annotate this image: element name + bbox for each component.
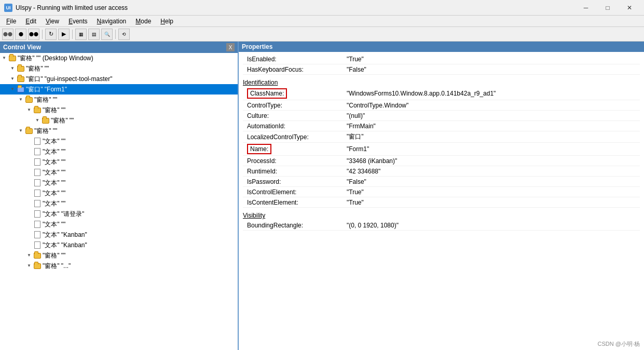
doc-icon-11 <box>33 168 42 177</box>
folder-icon-3 <box>17 85 25 93</box>
doc-icon-qingdeng <box>33 210 42 218</box>
menu-navigation[interactable]: Navigation <box>93 17 131 26</box>
toolbar-btn-7[interactable]: ⟲ <box>118 29 130 40</box>
prop-row-classname: ClassName: "WindowsForms10.Window.8.app.… <box>243 87 640 100</box>
tree-item-16[interactable]: ▼ "窗格" "" <box>0 250 238 261</box>
tree-item-12[interactable]: "文本" "" <box>0 178 238 188</box>
expander-1[interactable]: ▼ <box>8 64 17 73</box>
expander-8[interactable] <box>25 137 33 145</box>
toolbar-btn-5[interactable]: ▤ <box>88 29 100 40</box>
expander-6[interactable]: ▼ <box>33 116 42 125</box>
prop-name-controltype: ControlType: <box>243 102 347 109</box>
prop-row-iscontentelement: IsContentElement: "True" <box>243 197 640 208</box>
tree-item-9[interactable]: "文本" "" <box>0 146 238 157</box>
folder-icon-4 <box>25 96 33 104</box>
tree-item-4[interactable]: ▼ "窗格" "" <box>0 95 238 105</box>
menu-view[interactable]: View <box>42 17 63 26</box>
tree-item-2[interactable]: ▼ "窗口" "gui-inspect-tool-master" <box>0 74 238 84</box>
close-button[interactable]: ✕ <box>619 2 640 14</box>
tree-label-3: "窗口" "Form1" <box>26 85 67 94</box>
prop-row-haskeyboardfocus: HasKeyboardFocus: "False" <box>243 64 640 75</box>
prop-row-localizedcontroltype: LocalizedControlType: "窗口" <box>243 131 640 143</box>
toolbar-btn-4[interactable]: ▦ <box>75 29 87 40</box>
tree-item-6[interactable]: ▼ "窗格" "" <box>0 115 238 126</box>
tree-scroll-container: ▼ "窗格" "" (Desktop Window) ▼ "窗格" "" ▼ "… <box>0 53 238 350</box>
tree-item-1[interactable]: ▼ "窗格" "" <box>0 63 238 74</box>
tree-item-17[interactable]: ▼ "窗格" "..." <box>0 261 238 271</box>
folder-icon-0 <box>8 54 17 62</box>
tree-item-8[interactable]: "文本" "" <box>0 136 238 146</box>
prop-value-localizedcontroltype: "窗口" <box>347 132 364 141</box>
tree-item-13[interactable]: "文本" "" <box>0 188 238 198</box>
control-view-close[interactable]: X <box>226 43 235 51</box>
folder-icon-1 <box>17 64 25 73</box>
window-controls: ─ □ ✕ <box>576 2 640 14</box>
tree-label-15: "文本" "" <box>43 220 65 229</box>
menu-help[interactable]: Help <box>156 17 177 26</box>
tree-label-0: "窗格" "" (Desktop Window) <box>18 53 93 63</box>
prop-row-culture: Culture: "(null)" <box>243 111 640 121</box>
toolbar-play[interactable]: ▶ <box>58 29 70 40</box>
tree-label-10: "文本" "" <box>43 157 65 167</box>
left-panel: Control View X ▼ "窗格" "" (Desktop Window… <box>0 42 239 350</box>
toolbar-sep-2 <box>72 30 73 39</box>
expander-3[interactable]: ▼ <box>8 85 17 93</box>
tree-area[interactable]: ▼ "窗格" "" (Desktop Window) ▼ "窗格" "" ▼ "… <box>0 53 238 350</box>
prop-row-controltype: ControlType: "ControlType.Window" <box>243 100 640 111</box>
tree-label-1: "窗格" "" <box>26 64 49 73</box>
name-highlight: Name: <box>247 144 271 154</box>
prop-row-automationid: AutomationId: "FrmMain" <box>243 121 640 131</box>
tree-item-11[interactable]: "文本" "" <box>0 167 238 178</box>
toolbar-refresh[interactable]: ↻ <box>45 29 57 40</box>
menu-file[interactable]: File <box>2 17 20 26</box>
control-view-header: Control View X <box>0 42 238 53</box>
app-icon: UI <box>4 4 12 12</box>
menu-bar: File Edit View Events Navigation Mode He… <box>0 16 644 27</box>
prop-name-localizedcontroltype: LocalizedControlType: <box>243 133 347 141</box>
tree-label-7: "窗格" "" <box>34 126 57 136</box>
menu-mode[interactable]: Mode <box>131 17 155 26</box>
prop-row-ispassword: IsPassword: "False" <box>243 177 640 187</box>
menu-events[interactable]: Events <box>64 17 92 26</box>
maximize-button[interactable]: □ <box>597 2 618 14</box>
menu-edit[interactable]: Edit <box>21 17 40 26</box>
toolbar-btn-3[interactable]: ⬤⬤ <box>28 29 39 40</box>
expander-2[interactable]: ▼ <box>8 75 17 83</box>
control-view-title: Control View <box>3 44 41 51</box>
title-bar: UI UIspy - Running with limited user acc… <box>0 0 644 16</box>
prop-name-name: Name: <box>243 144 347 154</box>
tree-item-15[interactable]: "文本" "" <box>0 219 238 230</box>
tree-label-5: "窗格" "" <box>43 105 65 115</box>
tree-item-kanban2[interactable]: "文本" "Kanban" <box>0 240 238 250</box>
tree-label-16: "窗格" "" <box>43 251 65 260</box>
section-visibility: Visibility <box>243 208 640 220</box>
prop-value-classname: "WindowsForms10.Window.8.app.0.141b42a_r… <box>347 90 496 97</box>
tree-item-3[interactable]: ▼ "窗口" "Form1" <box>0 84 238 95</box>
prop-name-ispassword: IsPassword: <box>243 178 347 185</box>
toolbar-btn-2[interactable]: ⬤ <box>15 29 26 40</box>
prop-value-runtimeid: "42 334688" <box>347 168 380 175</box>
properties-area[interactable]: IsEnabled: "True" HasKeyboardFocus: "Fal… <box>239 52 644 350</box>
expander-0[interactable]: ▼ <box>0 54 8 62</box>
toolbar-btn-1[interactable]: ⬤⬤ <box>2 29 13 40</box>
prop-value-haskeyboardfocus: "False" <box>347 66 366 73</box>
minimize-button[interactable]: ─ <box>576 2 596 14</box>
tree-item-14[interactable]: "文本" "" <box>0 198 238 209</box>
properties-title: Properties <box>242 43 272 50</box>
tree-label-13: "文本" "" <box>43 189 65 198</box>
toolbar-btn-6[interactable]: 🔍 <box>101 29 113 40</box>
tree-item-5[interactable]: ▼ "窗格" "" <box>0 105 238 115</box>
tree-item-7[interactable]: ▼ "窗格" "" <box>0 126 238 136</box>
folder-icon-16 <box>33 251 42 260</box>
expander-4[interactable]: ▼ <box>17 96 25 104</box>
tree-item-0[interactable]: ▼ "窗格" "" (Desktop Window) <box>0 53 238 63</box>
expander-5[interactable]: ▼ <box>25 106 33 114</box>
expander-7[interactable]: ▼ <box>17 127 25 135</box>
tree-item-qingdeng[interactable]: "文本" "请登录" <box>0 209 238 219</box>
prop-value-iscontentelement: "True" <box>347 199 364 206</box>
tree-item-10[interactable]: "文本" "" <box>0 157 238 167</box>
folder-icon-17 <box>33 262 42 270</box>
folder-icon-5 <box>33 106 42 114</box>
toolbar: ⬤⬤ ⬤ ⬤⬤ ↻ ▶ ▦ ▤ 🔍 ⟲ <box>0 27 644 42</box>
tree-item-kanban1[interactable]: "文本" "Kanban" <box>0 230 238 240</box>
